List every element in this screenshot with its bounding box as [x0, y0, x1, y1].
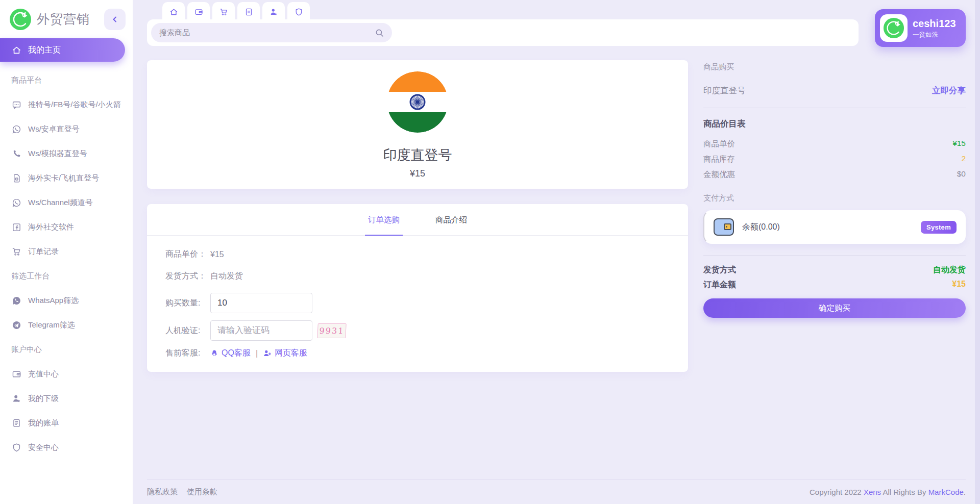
footer-links: 隐私政策 使用条款: [147, 487, 217, 497]
whatsapp-filled-icon: [11, 295, 21, 306]
tab-security[interactable]: [287, 2, 310, 21]
search-input[interactable]: 搜索商品: [151, 23, 392, 42]
wallet-icon: [194, 8, 203, 16]
sidebar-item-label: 我的主页: [28, 45, 61, 56]
sidebar-item-order-history[interactable]: 订单记录: [0, 239, 133, 264]
tab-home[interactable]: [162, 2, 185, 21]
summary-delivery-label: 发货方式: [703, 265, 736, 275]
team-star-icon: [11, 393, 21, 404]
order-tabs: 订单选购 商品介绍: [147, 204, 688, 236]
sidebar-item-recharge[interactable]: 充值中心: [0, 362, 133, 386]
price-table: 商品单价 ¥15 商品库存 2 金额优惠 $0: [703, 139, 966, 180]
copyright-suffix: .: [964, 488, 966, 496]
row-value: 2: [961, 154, 966, 165]
chat-icon: [11, 99, 21, 110]
sidebar-collapse-button[interactable]: [104, 9, 126, 30]
confirm-purchase-button[interactable]: 确定购买: [703, 298, 966, 318]
web-service-link[interactable]: 网页客服: [263, 348, 307, 359]
sidebar: 外贸营销 我的主页 商品平台 推特号/FB号/谷歌号/小火箭 Ws/安卓直登号 …: [0, 0, 133, 504]
price-row-unit: 商品单价 ¥15: [703, 139, 966, 149]
captcha-input[interactable]: [210, 320, 312, 341]
sidebar-item-whatsapp-filter[interactable]: WhatsApp筛选: [0, 288, 133, 313]
copyright-prefix: Copyright 2022: [810, 488, 864, 496]
sidebar-item-overseas-sim[interactable]: 海外实卡/飞机直登号: [0, 166, 133, 190]
tab-orders[interactable]: [212, 2, 235, 21]
brand-xens-link[interactable]: Xens: [864, 488, 881, 496]
topbar-card: 搜索商品: [147, 19, 859, 46]
sidebar-section-products: 商品平台: [0, 68, 133, 92]
divider: [703, 108, 966, 108]
payment-method-balance[interactable]: 余额(0.00) System: [703, 210, 966, 244]
scrollbar-track[interactable]: [975, 0, 980, 504]
home-icon: [11, 45, 21, 55]
delivery-value: 自动发货: [210, 271, 243, 282]
captcha-image[interactable]: 9931: [317, 323, 347, 338]
sidebar-item-twitter-fb-google[interactable]: 推特号/FB号/谷歌号/小火箭: [0, 92, 133, 117]
sidebar-item-ws-channel[interactable]: Ws/Channel频道号: [0, 190, 133, 215]
tab-bills[interactable]: [237, 2, 260, 21]
sidebar-section-account: 账户中心: [0, 337, 133, 362]
share-link[interactable]: 立即分享: [932, 85, 966, 96]
sidebar-item-subordinates[interactable]: 我的下级: [0, 386, 133, 411]
product-card: 印度直登号 ¥15: [147, 60, 688, 189]
row-value: $0: [957, 169, 966, 180]
tab-team[interactable]: [262, 2, 285, 21]
price-row-discount: 金额优惠 $0: [703, 169, 966, 180]
summary-total-row: 订单金额 ¥15: [703, 280, 966, 290]
tab-product-intro[interactable]: 商品介绍: [432, 215, 470, 235]
tab-order-select[interactable]: 订单选购: [365, 215, 403, 236]
qq-service-label: QQ客服: [222, 348, 251, 359]
india-flag-image: [387, 71, 448, 133]
whatsapp-icon: [11, 124, 21, 134]
purchase-summary-panel: 商品购买 印度直登号 立即分享 商品价目表 商品单价 ¥15 商品库存 2 金额…: [703, 62, 966, 318]
logo-row: 外贸营销: [0, 0, 133, 38]
sidebar-item-security[interactable]: 安全中心: [0, 435, 133, 460]
shield-icon: [11, 442, 21, 452]
summary-product-row: 印度直登号 立即分享: [703, 85, 966, 96]
cart-icon: [11, 246, 21, 257]
sidebar-item-ws-android[interactable]: Ws/安卓直登号: [0, 117, 133, 141]
row-value: ¥15: [952, 139, 966, 149]
tab-recharge[interactable]: [187, 2, 210, 21]
search-placeholder: 搜索商品: [159, 28, 190, 38]
summary-product-name: 印度直登号: [703, 85, 746, 96]
user-meta: ceshi123 一贫如洗: [913, 17, 956, 39]
bill-icon: [244, 8, 253, 16]
sidebar-item-telegram-filter[interactable]: Telegram筛选: [0, 313, 133, 337]
summary-delivery-row: 发货方式 自动发货: [703, 265, 966, 275]
facebook-icon: [11, 222, 21, 232]
sidebar-item-home[interactable]: 我的主页: [0, 38, 125, 62]
user-card[interactable]: ceshi123 一贫如洗: [875, 9, 966, 47]
search-icon[interactable]: [375, 29, 384, 37]
captcha-label: 人机验证:: [165, 325, 206, 336]
sidebar-item-ws-emulator[interactable]: Ws/模拟器直登号: [0, 141, 133, 166]
chevron-left-icon: [111, 16, 118, 23]
sidebar-item-overseas-social[interactable]: 海外社交软件: [0, 215, 133, 239]
service-separator: |: [256, 349, 258, 358]
copyright: Copyright 2022 Xens All Rights By MarkCo…: [810, 488, 966, 496]
whatsapp-icon: [11, 197, 21, 208]
web-service-label: 网页客服: [275, 348, 307, 359]
brand-markcode-link[interactable]: MarkCode: [928, 488, 964, 496]
captcha-row: 人机验证: 9931: [165, 320, 670, 341]
quantity-label: 购买数量:: [165, 298, 206, 309]
row-label: 商品单价: [703, 139, 735, 149]
payment-header: 支付方式: [703, 193, 966, 203]
cart-icon: [219, 8, 228, 16]
sidebar-item-bills[interactable]: 我的账单: [0, 411, 133, 435]
summary-total-value: ¥15: [952, 280, 966, 290]
service-row: 售前客服: QQ客服 | 网页客服: [165, 348, 670, 359]
quantity-input[interactable]: [210, 293, 312, 313]
divider: [703, 255, 966, 256]
row-label: 金额优惠: [703, 169, 735, 180]
unit-price-label: 商品单价：: [165, 249, 206, 260]
product-title: 印度直登号: [383, 146, 452, 164]
main-area: 搜索商品 ceshi123 一贫如洗: [133, 0, 980, 504]
sidebar-section-filter: 筛选工作台: [0, 264, 133, 288]
summary-delivery-value: 自动发货: [933, 265, 966, 275]
content-row: 印度直登号 ¥15 订单选购 商品介绍 商品单价： ¥15 发货方式： 自动发货: [147, 47, 966, 480]
qq-service-link[interactable]: QQ客服: [210, 348, 251, 359]
telegram-icon: [11, 320, 21, 330]
terms-link[interactable]: 使用条款: [187, 487, 217, 497]
privacy-policy-link[interactable]: 隐私政策: [147, 487, 178, 497]
